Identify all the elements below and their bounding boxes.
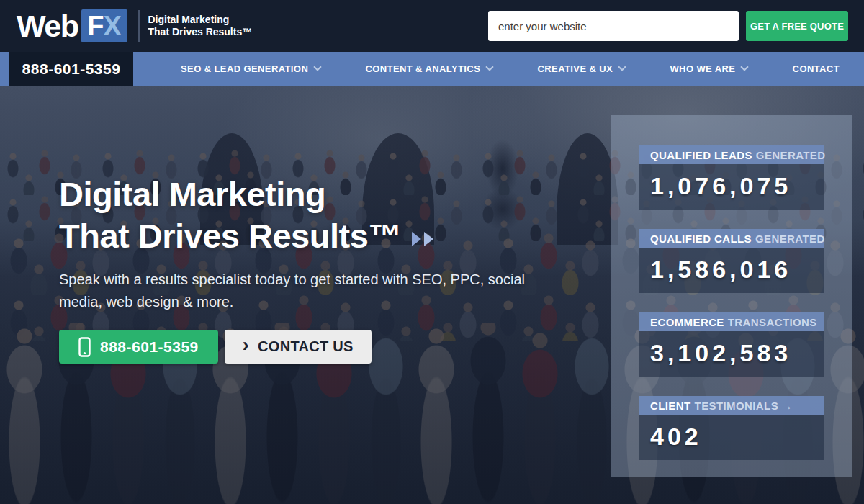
stat-value: 402 (639, 415, 824, 460)
hero-heading-line1: Digital Marketing (59, 175, 325, 213)
stats-panel: QUALIFIED LEADS GENERATED 1,076,075 QUAL… (611, 115, 852, 477)
stat-label-link[interactable]: CLIENT TESTIMONIALS → (639, 396, 824, 415)
nav-item-who-we-are[interactable]: WHO WE ARE (670, 63, 747, 74)
contact-us-button[interactable]: › CONTACT US (225, 330, 372, 364)
nav-items: SEO & LEAD GENERATION CONTENT & ANALYTIC… (133, 52, 864, 86)
header-divider (138, 10, 140, 42)
stat-qualified-calls: QUALIFIED CALLS GENERATED 1,586,016 (639, 229, 824, 293)
phone-call-button[interactable]: 888-601-5359 (59, 330, 218, 364)
site-header: Web FX Digital Marketing That Drives Res… (0, 0, 864, 52)
main-nav: 888-601-5359 SEO & LEAD GENERATION CONTE… (0, 52, 864, 86)
play-arrow-icon (424, 232, 433, 246)
chevron-down-icon (741, 63, 749, 71)
nav-item-contact[interactable]: CONTACT (793, 63, 840, 74)
header-tagline: Digital Marketing That Drives Results™ (148, 14, 253, 38)
header-actions: GET A FREE QUOTE (488, 11, 848, 41)
hero-content: Digital Marketing That Drives Results™ S… (59, 174, 556, 364)
stat-label: ECOMMERCE TRANSACTIONS (639, 312, 824, 331)
stat-label: QUALIFIED LEADS GENERATED (639, 145, 824, 164)
hero-buttons: 888-601-5359 › CONTACT US (59, 330, 556, 364)
website-input[interactable] (488, 11, 739, 41)
stat-value: 1,586,016 (639, 248, 824, 293)
stat-ecommerce-transactions: ECOMMERCE TRANSACTIONS 3,102,583 (639, 312, 824, 377)
stat-qualified-leads: QUALIFIED LEADS GENERATED 1,076,075 (639, 145, 824, 210)
logo-web-text: Web (17, 9, 78, 44)
right-arrow-icon: › (243, 336, 249, 355)
play-arrows-icon (412, 232, 433, 246)
chevron-down-icon (314, 63, 322, 71)
mobile-phone-icon (78, 337, 91, 357)
hero-section: Digital Marketing That Drives Results™ S… (0, 86, 864, 504)
stat-value: 1,076,075 (639, 164, 824, 210)
stat-client-testimonials: CLIENT TESTIMONIALS → 402 (639, 396, 824, 460)
nav-item-creative-ux[interactable]: CREATIVE & UX (538, 63, 626, 74)
hero-subtext: Speak with a results specialist today to… (59, 269, 556, 313)
play-arrow-icon (412, 232, 421, 246)
nav-item-content-analytics[interactable]: CONTENT & ANALYTICS (365, 63, 492, 74)
stat-value: 3,102,583 (639, 331, 824, 377)
logo-fx-box: FX (81, 9, 127, 42)
chevron-down-icon (486, 63, 494, 71)
chevron-down-icon (618, 63, 626, 71)
tagline-line2: That Drives Results™ (148, 26, 253, 38)
nav-item-seo-lead-generation[interactable]: SEO & LEAD GENERATION (181, 63, 320, 74)
webfx-logo[interactable]: Web FX (17, 9, 127, 44)
hero-heading: Digital Marketing That Drives Results™ (59, 174, 556, 257)
hero-heading-line2: That Drives Results™ (59, 217, 402, 255)
get-free-quote-button[interactable]: GET A FREE QUOTE (746, 11, 848, 41)
tagline-line1: Digital Marketing (148, 14, 253, 26)
stat-label: QUALIFIED CALLS GENERATED (639, 229, 824, 248)
nav-phone-number[interactable]: 888-601-5359 (9, 52, 133, 86)
